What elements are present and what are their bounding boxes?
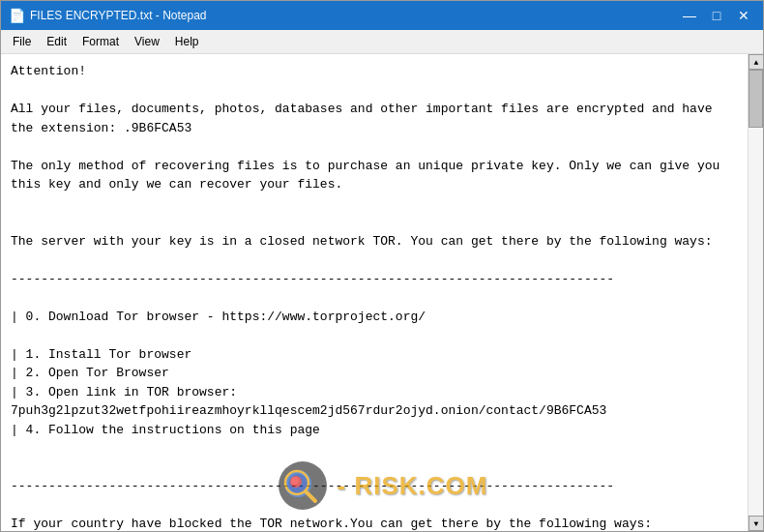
- menu-file[interactable]: File: [5, 32, 39, 51]
- window-title: FILES ENCRYPTED.txt - Notepad: [30, 9, 207, 22]
- menu-help[interactable]: Help: [167, 32, 207, 51]
- notepad-icon: 📄: [9, 8, 24, 23]
- close-button[interactable]: ✕: [732, 6, 755, 25]
- menu-view[interactable]: View: [127, 32, 167, 51]
- content-area: Attention! All your files, documents, ph…: [1, 54, 763, 531]
- scroll-up-button[interactable]: ▲: [749, 54, 763, 70]
- menu-bar: File Edit Format View Help: [1, 30, 763, 54]
- title-bar-left: 📄 FILES ENCRYPTED.txt - Notepad: [9, 8, 207, 23]
- scroll-thumb[interactable]: [749, 70, 763, 128]
- scroll-down-button[interactable]: ▼: [749, 516, 763, 531]
- title-bar-controls: — □ ✕: [678, 6, 755, 25]
- title-bar: 📄 FILES ENCRYPTED.txt - Notepad — □ ✕: [1, 1, 763, 30]
- menu-edit[interactable]: Edit: [39, 32, 74, 51]
- notepad-window: 📄 FILES ENCRYPTED.txt - Notepad — □ ✕ Fi…: [0, 0, 764, 532]
- text-editor[interactable]: Attention! All your files, documents, ph…: [1, 54, 748, 531]
- scroll-track[interactable]: [749, 70, 763, 516]
- scrollbar[interactable]: ▲ ▼: [748, 54, 763, 531]
- maximize-button[interactable]: □: [705, 6, 728, 25]
- menu-format[interactable]: Format: [74, 32, 127, 51]
- minimize-button[interactable]: —: [678, 6, 701, 25]
